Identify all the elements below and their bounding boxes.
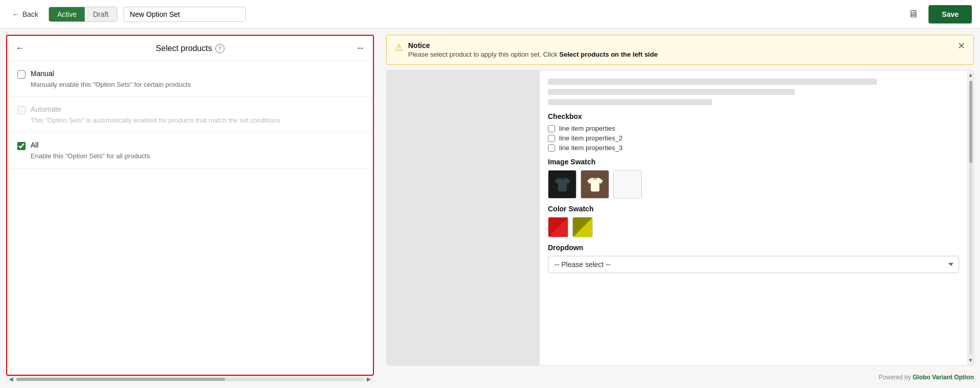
notice-banner: ⚠ Notice Please select product to apply … [386,35,974,65]
preview-scrollbar: ▲ ▼ [967,70,973,365]
color-swatch-yellow[interactable] [572,217,593,237]
checkbox-row-1: line item properties [548,125,959,132]
top-bar: ← Back Active Draft 🖥 Save [0,0,980,29]
top-bar-right: 🖥 Save [908,5,972,23]
swatch-brown[interactable]: 👕 [581,170,609,199]
select-products-box: ← Select products ? ↔ Manual Manually en… [6,35,374,376]
back-button[interactable]: ← Back [8,8,42,20]
checkbox-label-2: line item properties_2 [559,134,622,142]
scroll-up-arrow[interactable]: ▲ [968,71,973,79]
image-swatch-section: Image Swatch 👕 👕 [548,158,959,199]
swatch-black[interactable]: 👕 [548,170,576,199]
color-swatch-section: Color Swatch [548,205,959,237]
swatch-brown-bg: 👕 [581,171,609,198]
notice-title: Notice [408,41,658,50]
image-swatch-title: Image Swatch [548,158,959,166]
checkbox-li-2[interactable] [548,135,555,142]
save-button[interactable]: Save [928,5,972,23]
automate-label: Automate [31,105,61,113]
panel-back-arrow[interactable]: ← [15,43,24,54]
skeleton-line-2 [548,89,795,95]
checkbox-row-2: line item properties_2 [548,134,959,142]
scroll-v-thumb [969,81,972,163]
checkbox-row-3: line item properties_3 [548,144,959,152]
scroll-right-arrow[interactable]: ▶ [366,376,372,382]
option-item-all-row: All [17,141,363,150]
brand-link[interactable]: Globo Variant Option [913,374,974,381]
manual-label[interactable]: Manual [31,69,54,78]
manual-checkbox[interactable] [17,70,26,79]
checkbox-li-1[interactable] [548,125,555,132]
status-group: Active Draft [48,7,117,22]
checkbox-li-3[interactable] [548,144,555,152]
notice-close-button[interactable]: ✕ [958,41,965,51]
swatch-empty[interactable] [613,170,642,199]
color-swatch-red[interactable] [548,217,568,237]
option-item-automate: Automate This "Option Sets" is automatic… [7,97,373,133]
skeleton-line-3 [548,99,712,105]
left-panel: ← Select products ? ↔ Manual Manually en… [0,29,380,388]
notice-text-bold: Select products on the left side [559,51,658,58]
option-item-all: All Enable this "Option Sets" for all pr… [7,133,373,168]
back-label: Back [22,10,38,18]
dropdown-section: Dropdown -- Please select -- [548,244,959,273]
scroll-track[interactable] [16,378,364,381]
notice-text-plain: Please select product to apply this opti… [408,51,558,58]
notice-warning-icon: ⚠ [395,42,403,53]
notice-body: Please select product to apply this opti… [408,51,658,58]
checkbox-section: Checkbox line item properties line item … [548,112,959,152]
color-swatch-group [548,217,959,237]
main-content: ← Select products ? ↔ Manual Manually en… [0,29,980,388]
option-item-manual: Manual Manually enable this "Option Sets… [7,61,373,97]
swatch-black-bg: 👕 [548,171,576,198]
scroll-left-arrow[interactable]: ◀ [8,376,14,382]
option-set-name-input[interactable] [123,7,246,22]
all-label[interactable]: All [31,141,39,149]
right-panel: ⚠ Notice Please select product to apply … [380,29,980,388]
checkbox-label-1: line item properties [559,125,615,132]
swatch-empty-bg [614,171,641,198]
back-icon: ← [12,10,19,18]
option-item-manual-row: Manual [17,69,363,79]
checkbox-label-3: line item properties_3 [559,144,622,152]
dropdown-select[interactable]: -- Please select -- [548,256,959,273]
bottom-scrollbar: ◀ ▶ [6,376,374,382]
notice-content: ⚠ Notice Please select product to apply … [395,41,658,58]
top-bar-left: ← Back Active Draft [8,7,246,22]
skeleton-line-1 [548,79,877,85]
tshirt-brown-icon: 👕 [586,176,604,193]
all-desc: Enable this "Option Sets" for all produc… [31,152,363,160]
product-image-placeholder [387,70,540,365]
swatch-group: 👕 👕 [548,170,959,199]
option-item-automate-row: Automate [17,105,363,114]
select-products-label: Select products [156,44,212,53]
checkbox-section-title: Checkbox [548,112,959,120]
scroll-thumb [16,378,225,381]
select-products-header: ← Select products ? ↔ [7,36,373,61]
draft-button[interactable]: Draft [85,7,116,21]
brand-name: Globo Variant Option [913,374,974,381]
notice-text-block: Notice Please select product to apply th… [408,41,658,58]
color-swatch-title: Color Swatch [548,205,959,213]
tshirt-black-icon: 👕 [554,176,571,193]
spacer [7,168,373,375]
monitor-icon[interactable]: 🖥 [908,8,918,20]
preview-details: Checkbox line item properties line item … [540,70,967,365]
automate-desc: This "Option Sets" is automatically enab… [31,116,363,124]
automate-checkbox[interactable] [17,106,26,114]
scroll-v-track[interactable] [969,81,972,355]
powered-by-text: Powered by [878,374,911,381]
help-icon[interactable]: ? [215,44,224,53]
select-products-title: Select products ? [156,44,224,53]
expand-icon[interactable]: ↔ [356,43,365,54]
scroll-down-arrow[interactable]: ▼ [968,357,973,364]
dropdown-title: Dropdown [548,244,959,252]
preview-area: Checkbox line item properties line item … [386,70,974,366]
powered-by-footer: Powered by Globo Variant Option [386,371,974,382]
manual-desc: Manually enable this "Option Sets" for c… [31,81,363,88]
all-checkbox[interactable] [17,142,26,150]
active-button[interactable]: Active [49,7,85,21]
